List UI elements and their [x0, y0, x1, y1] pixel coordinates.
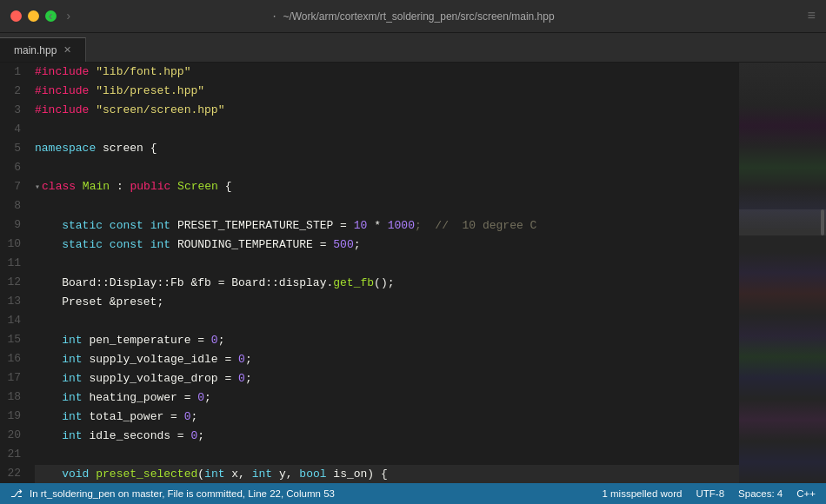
- line-number: 22: [7, 464, 21, 483]
- close-button[interactable]: [10, 10, 22, 22]
- status-language[interactable]: C++: [796, 488, 816, 499]
- table-row: int total_power = 0;: [35, 408, 739, 427]
- line-number: 13: [7, 292, 21, 311]
- table-row: Preset &preset;: [35, 293, 739, 312]
- scroll-indicator: ≡: [807, 9, 816, 24]
- line-number: 9: [7, 216, 21, 235]
- line-number: 20: [7, 426, 21, 445]
- status-right: 1 misspelled word UTF-8 Spaces: 4 C++: [602, 488, 816, 499]
- table-row: int supply_voltage_drop = 0;: [35, 369, 739, 388]
- status-encoding[interactable]: UTF-8: [696, 488, 725, 499]
- table-row: [35, 446, 739, 465]
- minimize-button[interactable]: [28, 10, 39, 22]
- line-number: 4: [7, 120, 21, 139]
- table-row: [35, 120, 739, 139]
- table-row: ▾class Main : public Screen {: [35, 177, 739, 197]
- line-number: 8: [7, 196, 21, 216]
- table-row: [35, 312, 739, 331]
- table-row: int pen_temperature = 0;: [35, 331, 739, 350]
- table-row: #include "lib/preset.hpp": [35, 82, 739, 101]
- status-spaces[interactable]: Spaces: 4: [738, 488, 783, 499]
- line-number: 1: [7, 63, 21, 82]
- title-bar: ‹ › ⬝ ~/Work/arm/cortexm/rt_soldering_pe…: [0, 0, 826, 33]
- file-icon: ⬝: [271, 10, 277, 23]
- line-number: 5: [7, 139, 21, 158]
- table-row: int idle_seconds = 0;: [35, 427, 739, 446]
- table-row: namespace screen {: [35, 139, 739, 158]
- table-row: #include "screen/screen.hpp": [35, 101, 739, 120]
- table-row: static const int ROUNDING_TEMPERATURE = …: [35, 235, 739, 255]
- line-number: 14: [7, 311, 21, 330]
- minimap[interactable]: [739, 63, 826, 483]
- tab-label: main.hpp: [14, 44, 57, 56]
- window-title: ⬝ ~/Work/arm/cortexm/rt_soldering_pen/sr…: [271, 10, 554, 23]
- status-spelling[interactable]: 1 misspelled word: [602, 488, 682, 499]
- minimap-content: [739, 63, 826, 483]
- line-number: 18: [7, 388, 21, 407]
- code-editor[interactable]: 1234567891011121314151617181920212223242…: [0, 63, 739, 483]
- line-number: 15: [7, 330, 21, 349]
- status-bar: ⎇ In rt_soldering_pen on master, File is…: [0, 483, 826, 504]
- minimap-highlight: [739, 209, 826, 235]
- table-row: [35, 158, 739, 177]
- tab-main-hpp[interactable]: main.hpp ✕: [0, 37, 86, 62]
- line-number: 7: [7, 177, 21, 196]
- table-row: [35, 255, 739, 274]
- editor-container: 1234567891011121314151617181920212223242…: [0, 63, 826, 483]
- table-row: void preset_selected(int x, int y, bool …: [35, 465, 739, 483]
- line-number: 6: [7, 158, 21, 177]
- git-icon: ⎇: [10, 487, 23, 500]
- line-number: 21: [7, 445, 21, 464]
- line-number: 3: [7, 101, 21, 120]
- line-number: 16: [7, 349, 21, 368]
- line-number: 10: [7, 235, 21, 254]
- table-row: [35, 197, 739, 216]
- tab-bar: main.hpp ✕: [0, 33, 826, 63]
- nav-forward-button[interactable]: ›: [61, 8, 75, 25]
- line-number: 17: [7, 368, 21, 388]
- status-git-info: In rt_soldering_pen on master, File is c…: [30, 488, 335, 499]
- status-left: ⎇ In rt_soldering_pen on master, File is…: [10, 487, 602, 500]
- code-content[interactable]: #include "lib/font.hpp"#include "lib/pre…: [31, 63, 739, 483]
- line-number: 12: [7, 273, 21, 292]
- table-row: int heating_power = 0;: [35, 388, 739, 408]
- nav-arrows: ‹ ›: [43, 8, 76, 25]
- minimap-scrollbar[interactable]: [821, 209, 824, 235]
- line-number: 11: [7, 254, 21, 273]
- line-number: 19: [7, 407, 21, 426]
- line-number: 2: [7, 82, 21, 101]
- nav-back-button[interactable]: ‹: [43, 8, 57, 25]
- table-row: Board::Display::Fb &fb = Board::display.…: [35, 274, 739, 293]
- code-lines: 1234567891011121314151617181920212223242…: [0, 63, 739, 483]
- title-path: ~/Work/arm/cortexm/rt_soldering_pen/src/…: [283, 10, 554, 23]
- table-row: static const int PRESET_TEMPERATURE_STEP…: [35, 216, 739, 235]
- table-row: #include "lib/font.hpp": [35, 63, 739, 82]
- line-numbers: 1234567891011121314151617181920212223242…: [0, 63, 31, 483]
- table-row: int supply_voltage_idle = 0;: [35, 350, 739, 369]
- tab-close-button[interactable]: ✕: [63, 44, 71, 56]
